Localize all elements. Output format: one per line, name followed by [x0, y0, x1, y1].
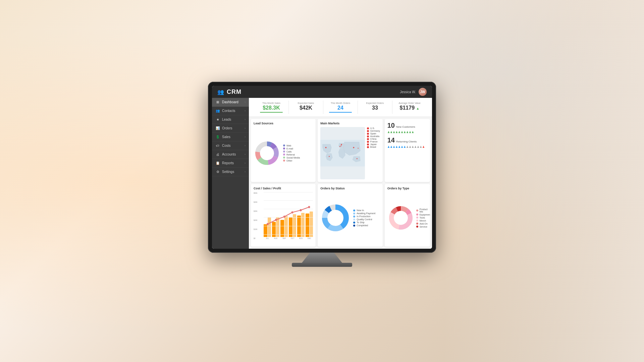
sidebar-item-reports[interactable]: 📋 Reports ›	[212, 159, 249, 168]
dot-equipment	[416, 214, 418, 216]
legend-add-on: Add-On	[416, 223, 430, 225]
orders-arrow: ›	[245, 127, 246, 130]
cost-bar-aug	[272, 222, 276, 237]
svg-point-10	[341, 144, 342, 145]
legend-dot-japan	[367, 143, 369, 145]
bar-pair-nov	[297, 210, 305, 237]
ret-icon-11: ♟	[414, 145, 417, 148]
contacts-icon: 👥	[215, 109, 220, 113]
app-header: 👥 CRM Jessica W. JW	[212, 86, 432, 98]
legend-dot-germany	[367, 130, 369, 132]
grid-line-3	[264, 209, 313, 209]
sidebar-item-leads[interactable]: ★ Leads ›	[212, 115, 249, 124]
bar-group-nov: NOV	[297, 210, 305, 239]
bar-group-oct: OCT	[289, 210, 296, 239]
accounts-icon: 🖨	[215, 153, 220, 156]
this-month-orders-label: This Month Orders	[331, 102, 350, 104]
svg-point-9	[325, 147, 327, 148]
legend-label-australia: Australia	[370, 135, 379, 137]
legend-label-germany: Germany	[370, 130, 380, 132]
new-cust-icon-10: ♟	[412, 131, 414, 134]
sidebar-item-orders[interactable]: 📊 Orders ›	[212, 124, 249, 133]
sidebar-label-sales: Sales	[222, 135, 230, 139]
dot-merch	[416, 220, 418, 222]
returning-clients-count: 14	[387, 136, 395, 144]
legend-label-brasil: Brasil	[370, 146, 376, 148]
bar-group-sep: SEP	[280, 210, 288, 239]
cost-bar-oct	[289, 218, 292, 237]
svg-point-7	[260, 146, 274, 160]
label-quality: Quality Control	[357, 218, 372, 221]
cost-bar-dec	[306, 214, 309, 237]
legend-service: Service	[416, 226, 430, 228]
orders-status-donut	[320, 203, 351, 233]
sidebar-item-reports-left: 📋 Reports	[215, 161, 234, 165]
returning-clients-section: 14 Returning Clients ♟ ♟ ♟ ♟ ♟ ♟	[387, 136, 427, 148]
bar-pair-jul	[264, 210, 271, 237]
charts-grid: Lead Sources	[249, 117, 432, 249]
y-label-30k: $30K	[254, 210, 258, 212]
legend-dot-australia	[367, 135, 369, 137]
label-completed: Completed	[357, 224, 368, 227]
avatar[interactable]: JW	[419, 88, 427, 96]
legend-china: China	[367, 138, 380, 140]
expected-orders-label: Expected Orders	[366, 102, 384, 104]
logo-icon: 👥	[217, 89, 224, 95]
legend-dot-referral	[283, 154, 285, 156]
label-add-on: Add-On	[420, 223, 428, 225]
legend-dot-calls	[283, 150, 285, 153]
legend-dot-brasil	[367, 146, 369, 148]
sales-bar-oct	[293, 214, 297, 237]
stats-row: This Month Sales $28.3K Expected Sales $…	[249, 98, 432, 117]
returning-clients-label: Returning Clients	[396, 140, 417, 143]
customers-card: 10 New Customers ♟ ♟ ♟ ♟ ♟ ♟	[385, 119, 430, 182]
sidebar-item-settings[interactable]: ⚙ Settings ›	[212, 168, 249, 176]
dashboard-icon: ⊞	[215, 100, 220, 104]
legend-tools: Tools	[416, 217, 430, 219]
legend-us: U.S.	[367, 127, 380, 129]
bar-chart-wrapper: $50K $40K $30K $20K $10K $0	[254, 192, 313, 244]
lead-sources-card: Lead Sources	[251, 119, 316, 182]
sidebar-item-leads-left: ★ Leads	[215, 118, 231, 121]
svg-point-13	[353, 147, 355, 148]
sidebar-item-contacts[interactable]: 👥 Contacts ›	[212, 107, 249, 115]
sidebar-item-accounts[interactable]: 🖨 Accounts ›	[212, 150, 249, 159]
sidebar-label-reports: Reports	[222, 161, 234, 165]
label-product-mix: Product Mix	[420, 208, 430, 213]
new-customers-label: New Customers	[396, 125, 415, 128]
bar-label-nov: NOV	[299, 237, 303, 239]
reports-icon: 📋	[215, 161, 220, 165]
sidebar: ⊞ Dashboard › 👥 Contacts ›	[212, 98, 249, 249]
monitor-base	[292, 263, 352, 267]
legend-dot-social	[283, 157, 285, 159]
stat-this-month-sales: This Month Sales $28.3K	[254, 101, 289, 114]
sidebar-item-dashboard[interactable]: ⊞ Dashboard ›	[212, 98, 249, 107]
legend-web: Web	[283, 144, 300, 147]
legend-in-production: In Production	[353, 215, 375, 218]
legend-dot-us	[367, 127, 369, 129]
sidebar-item-sales[interactable]: 💲 Sales ›	[212, 133, 249, 141]
avg-order-arrow: ▲	[416, 107, 420, 110]
bar-group-dec: DEC	[306, 210, 313, 239]
sales-bar-jul	[268, 218, 271, 237]
cost-bar-nov	[297, 216, 301, 237]
expected-orders-value: 33	[372, 105, 378, 111]
dot-in-production	[353, 216, 355, 218]
legend-label-email: E-mail	[286, 147, 293, 150]
orders-type-title: Orders by Type	[387, 187, 427, 190]
sales-arrow: ›	[245, 135, 246, 138]
legend-equipment: Equipment	[416, 214, 430, 216]
y-label-0: $0	[254, 237, 258, 239]
legend-product-mix: Product Mix	[416, 208, 430, 213]
dot-quality	[353, 219, 355, 221]
svg-point-22	[308, 206, 310, 208]
sidebar-item-costs[interactable]: 🏷 Costs ›	[212, 141, 249, 150]
user-info[interactable]: Jessica W. JW	[400, 88, 427, 96]
y-label-10k: $10K	[254, 228, 258, 230]
new-cust-icon-6: ♟	[401, 131, 403, 134]
grid-line-1	[264, 192, 313, 192]
legend-other: Other	[283, 160, 300, 162]
legend-dot-email	[283, 147, 285, 149]
sales-icon: 💲	[215, 135, 220, 139]
orders-type-legend: Product Mix Equipment Tools	[416, 208, 430, 228]
